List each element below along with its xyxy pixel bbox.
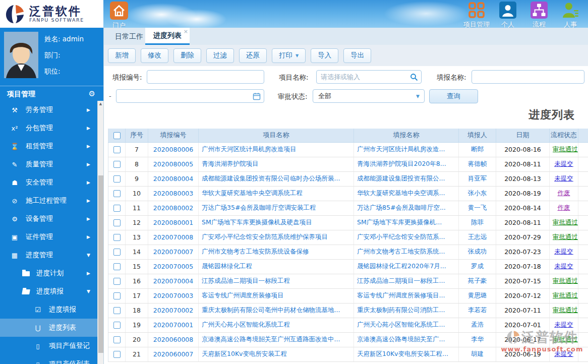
person-link[interactable]: 王志远 [459, 230, 496, 245]
report-no-link[interactable]: 2020080003 [148, 186, 199, 201]
report-no-link[interactable]: 2020080005 [148, 157, 199, 171]
row-checkbox[interactable] [113, 190, 121, 197]
person-link[interactable]: 断郎 [459, 142, 496, 157]
toolbar-button[interactable]: 导入 [311, 48, 338, 63]
status-link[interactable]: 审批通过 [550, 230, 578, 245]
nav-app-1[interactable]: 个人 [492, 2, 523, 29]
toolbar-button[interactable]: 导出 [343, 48, 371, 63]
report-name-link[interactable]: 客运专线广州调度所装修项目... [354, 288, 459, 303]
nav-app-2[interactable]: 流程 [523, 2, 555, 29]
sidebar-item[interactable]: ⋃进度列表 [0, 319, 97, 337]
person-link[interactable]: 苑子豪 [459, 274, 496, 288]
report-no-link[interactable]: 2020070007 [148, 245, 199, 259]
person-link[interactable]: 陈菲 [459, 215, 496, 230]
person-link[interactable]: 张成功 [459, 245, 496, 259]
report-no-link[interactable]: 2020070005 [148, 259, 199, 274]
toolbar-button[interactable]: 还原 [239, 48, 267, 63]
person-link[interactable]: 黄一飞 [459, 201, 496, 215]
report-no-link[interactable]: 2020080006 [148, 142, 199, 157]
report-no-link[interactable]: 2020060007 [148, 347, 199, 361]
row-checkbox[interactable] [113, 336, 121, 343]
row-checkbox[interactable] [113, 205, 121, 212]
status-link[interactable]: 作废 [550, 186, 578, 201]
sidebar-item[interactable]: 进度计划▶ [0, 264, 97, 282]
nav-app-0[interactable]: 项目管理 [461, 2, 492, 29]
scrollbar-thumb[interactable] [98, 175, 103, 353]
report-no-link[interactable]: 2020070008 [148, 230, 199, 245]
report-name-link[interactable]: 青海洪湖养护院项目2020年8... [354, 157, 459, 171]
row-checkbox[interactable] [113, 234, 121, 241]
report-name-link[interactable]: 天府新区10Kv变电所安装工程... [354, 347, 459, 361]
project-name-link[interactable]: 客运专线广州调度所装修项目 [199, 288, 354, 303]
report-name-link[interactable]: 华软大厦研究基地中央空调系... [354, 186, 459, 201]
report-no-link[interactable]: 2020080002 [148, 201, 199, 215]
report-name-link[interactable]: 晟铭园林绿化工程2020年7月... [354, 259, 459, 274]
status-link[interactable]: 审批通过 [550, 274, 578, 288]
sidebar-item[interactable]: ▣证件管理▶ [0, 228, 97, 246]
nav-portal[interactable]: 门户 [107, 2, 131, 30]
status-link[interactable]: 未提交 [550, 347, 578, 361]
status-link[interactable]: 审批通过 [550, 288, 578, 303]
sidebar-item[interactable]: ⚒劳务管理▶ [0, 101, 97, 119]
tab-progress-list[interactable]: 进度列表 × [145, 28, 190, 45]
report-name-link[interactable]: SM广场地下车库更换摄像机... [354, 215, 459, 230]
nav-app-3[interactable]: 人事 [555, 2, 586, 29]
report-no-link[interactable]: 2020070003 [148, 288, 199, 303]
status-link[interactable]: 未提交 [550, 259, 578, 274]
tab-daily-work[interactable]: 日常工作 [107, 28, 151, 45]
row-checkbox[interactable] [113, 307, 121, 314]
report-name-link[interactable]: 万达广场85#会所及咖啡厅空... [354, 201, 459, 215]
row-checkbox[interactable] [113, 249, 121, 256]
project-name-link[interactable]: 广州天心苑小区智能化系统工程 [199, 318, 354, 332]
sidebar-item[interactable]: ▯项目产值登记 [0, 337, 97, 355]
report-no-link[interactable]: 2020070002 [148, 303, 199, 318]
row-checkbox[interactable] [113, 351, 121, 358]
person-link[interactable]: 张小东 [459, 186, 496, 201]
date-input[interactable] [116, 89, 264, 103]
sidebar-item[interactable]: ✎质量管理▶ [0, 155, 97, 173]
sidebar-scrollbar[interactable]: ▲ [97, 101, 103, 364]
select-all-checkbox[interactable] [113, 132, 121, 139]
report-name-link[interactable]: 广州天心苑小区智能化系统工... [354, 318, 459, 332]
row-checkbox[interactable] [113, 161, 121, 168]
project-name-link[interactable]: 广安邓小平纪念馆安全防范系统维护保养项目 [199, 230, 354, 245]
person-link[interactable]: 肖亚军 [459, 171, 496, 186]
status-link[interactable]: 未提交 [550, 318, 578, 332]
row-checkbox[interactable] [113, 219, 121, 226]
project-name-link[interactable]: 晟铭园林绿化工程 [199, 259, 354, 274]
toolbar-button[interactable]: 新增 [108, 48, 136, 63]
report-no-link[interactable]: 2020080001 [148, 215, 199, 230]
row-checkbox[interactable] [113, 263, 121, 270]
status-link[interactable]: 未提交 [550, 157, 578, 171]
print-button[interactable]: 打印▼ [272, 48, 306, 63]
status-link[interactable]: 审批通过 [550, 332, 578, 347]
report-no-link[interactable]: 2020070004 [148, 274, 199, 288]
project-name-link[interactable]: SM广场地下车库更换摄像机及硬盘项目 [199, 215, 354, 230]
project-name-link[interactable]: 成都能源建设集团投资有限公司临时办公场所装... [199, 171, 354, 186]
sidebar-item[interactable]: ▦进度管理▼ [0, 246, 97, 264]
status-link[interactable]: 审批通过 [550, 215, 578, 230]
status-link[interactable]: 审批通过 [550, 303, 578, 318]
sidebar-item[interactable]: ▯项目产值列表 [0, 355, 97, 364]
sidebar-item[interactable]: ☗安全管理▶ [0, 173, 97, 192]
search-icon[interactable] [410, 73, 418, 83]
status-link[interactable]: 审批通过 [550, 142, 578, 157]
report-name-link[interactable]: 广州市文物考古工地安防系统... [354, 245, 459, 259]
person-link[interactable]: 李若若 [459, 303, 496, 318]
project-name-link[interactable]: 京港澳高速公路粤境韶关至广州互通路面改造中... [199, 332, 354, 347]
sidebar-item[interactable]: ⌛租赁管理▶ [0, 137, 97, 155]
toolbar-button[interactable]: 修改 [141, 48, 168, 63]
project-name-input[interactable] [316, 70, 422, 84]
report-name-link[interactable]: 江苏成品油二期项目一标段工... [354, 274, 459, 288]
person-link[interactable]: 胡建 [459, 347, 496, 361]
row-checkbox[interactable] [113, 146, 121, 153]
search-button[interactable]: 查询 [429, 89, 478, 103]
row-checkbox[interactable] [113, 175, 121, 183]
project-name-link[interactable]: 重庆太极制药有限公司亳州中药材仓储物流基地... [199, 303, 354, 318]
row-checkbox[interactable] [113, 292, 121, 299]
report-name-link[interactable]: 广州市天河区统计局机房改造... [354, 142, 459, 157]
report-name-link[interactable]: 广安邓小平纪念馆安全防范系... [354, 230, 459, 245]
report-name-link[interactable]: 成都能源建设集团投资有限公... [354, 171, 459, 186]
report-no-link[interactable]: 2020060008 [148, 332, 199, 347]
close-icon[interactable]: × [184, 29, 188, 34]
